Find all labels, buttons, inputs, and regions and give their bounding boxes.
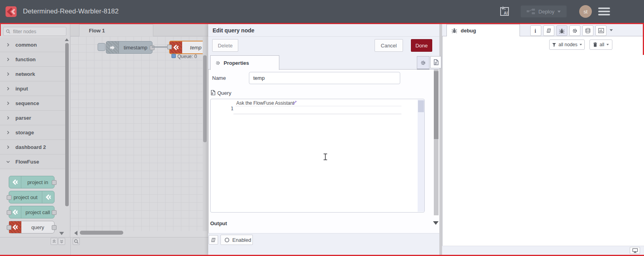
gear-icon xyxy=(572,28,578,34)
palette-category-common[interactable]: common xyxy=(0,38,66,52)
enabled-toggle[interactable]: Enabled xyxy=(220,235,253,245)
tab-properties[interactable]: Properties xyxy=(210,55,279,70)
info-tab-button[interactable]: i xyxy=(530,25,541,36)
double-chevron-up-icon xyxy=(52,239,56,243)
assistant-placeholder[interactable]: Ask the FlowFuse Assistant xyxy=(236,100,294,106)
dashboard-tab-button[interactable] xyxy=(595,25,606,36)
name-field[interactable] xyxy=(249,72,400,84)
help-tab-button[interactable] xyxy=(543,25,554,36)
output-section-label: Output xyxy=(210,220,227,226)
palette-category-input[interactable]: input xyxy=(0,81,66,96)
double-chevron-down-icon xyxy=(60,239,64,243)
debug-tab-button-active[interactable] xyxy=(556,25,567,36)
chart-icon xyxy=(598,28,604,33)
tray-scrollbar-track[interactable] xyxy=(434,70,439,215)
palette-filter[interactable] xyxy=(3,27,66,36)
info-icon: i xyxy=(535,28,537,34)
query-label: Query xyxy=(217,90,231,96)
deploy-button[interactable]: Deploy xyxy=(521,6,567,17)
assistant-wand-icon[interactable] xyxy=(292,100,297,105)
open-debug-window-button[interactable] xyxy=(630,247,640,254)
chevron-right-icon xyxy=(6,43,10,47)
flowfuse-logo-icon xyxy=(6,6,17,17)
library-button[interactable] xyxy=(209,235,218,245)
node-status: Queue: 0 xyxy=(177,54,197,59)
canvas-vscroll-track[interactable] xyxy=(203,36,207,231)
tray-scroll-down-arrow[interactable] xyxy=(433,221,439,225)
palette-node-project-out[interactable]: project out xyxy=(9,191,55,203)
svg-text:AI: AI xyxy=(504,11,508,15)
workspace-title: Determined-Reed-Warbler-8182 xyxy=(23,8,119,15)
palette-category-network[interactable]: network xyxy=(0,67,66,81)
palette-category-flowfuse[interactable]: FlowFuse xyxy=(0,154,66,169)
name-label: Name xyxy=(212,75,226,81)
flow-tab[interactable]: Flow 1 xyxy=(79,24,153,36)
search-flows-button[interactable] xyxy=(73,238,80,245)
book-icon xyxy=(546,28,552,33)
workspace-footer xyxy=(0,237,208,255)
flowfuse-mark-icon xyxy=(42,191,54,203)
gear-icon xyxy=(215,60,220,66)
palette-category-sequence[interactable]: sequence xyxy=(0,96,66,111)
palette-scroll-up-arrow[interactable] xyxy=(65,38,69,41)
caret-down-icon xyxy=(580,44,582,45)
palette-category-storage[interactable]: storage xyxy=(0,125,66,140)
input-port[interactable] xyxy=(7,210,11,215)
cancel-button[interactable]: Cancel xyxy=(375,39,403,52)
hamburger-menu-icon[interactable] xyxy=(598,8,610,15)
toggle-circle-icon xyxy=(224,237,230,243)
debug-filter-button[interactable]: all nodes xyxy=(549,40,585,50)
editor-scrollbar-track[interactable] xyxy=(418,100,424,212)
canvas-hscroll-left-arrow[interactable] xyxy=(74,231,77,235)
input-port[interactable] xyxy=(7,195,11,200)
deploy-caret-icon[interactable] xyxy=(557,11,561,13)
tray-scrollbar-thumb[interactable] xyxy=(434,71,439,139)
settings-button[interactable] xyxy=(417,56,429,70)
tab-debug[interactable]: debug xyxy=(446,24,520,36)
doc-icon xyxy=(433,59,439,65)
avatar[interactable]: st xyxy=(579,5,592,18)
sidebar-menu-caret-icon[interactable] xyxy=(610,29,613,31)
inject-button[interactable] xyxy=(98,43,105,51)
debug-footer xyxy=(442,246,644,255)
canvas-hscroll-thumb[interactable] xyxy=(80,231,123,235)
chevron-right-icon xyxy=(6,131,10,134)
palette-scrollbar[interactable] xyxy=(65,43,69,206)
debug-clear-button[interactable]: all xyxy=(589,40,612,50)
palette-category-function[interactable]: function xyxy=(0,52,66,67)
inject-node[interactable]: timestamp xyxy=(106,41,153,54)
output-port[interactable] xyxy=(52,180,56,185)
description-button[interactable] xyxy=(430,56,441,68)
done-button[interactable]: Done xyxy=(411,39,432,52)
chevron-right-icon xyxy=(6,87,10,90)
editor-scrollbar-thumb[interactable] xyxy=(418,100,424,112)
chevron-right-icon xyxy=(6,145,10,149)
filter-nodes-input[interactable] xyxy=(12,28,61,35)
query-node-selected[interactable]: temp xyxy=(169,41,203,54)
expand-all-button[interactable] xyxy=(58,238,65,245)
flow-canvas[interactable]: timestamp temp Queue: 0 xyxy=(70,36,203,231)
input-port[interactable] xyxy=(7,225,11,230)
status-dot xyxy=(171,54,176,58)
config-nodes-tab-button[interactable] xyxy=(569,25,580,36)
palette-category-dashboard2[interactable]: dashboard 2 xyxy=(0,140,66,154)
palette-node-project-call[interactable]: project call xyxy=(9,206,55,218)
palette-scroll-down-arrow[interactable] xyxy=(59,232,64,235)
palette-node-project-in[interactable]: project in xyxy=(9,176,55,188)
input-port[interactable] xyxy=(167,45,172,49)
context-data-tab-button[interactable] xyxy=(582,25,593,36)
palette-node-query[interactable]: query xyxy=(9,221,55,233)
palette-category-parser[interactable]: parser xyxy=(0,111,66,125)
canvas-vscroll-thumb[interactable] xyxy=(203,55,207,142)
line-number: 1 xyxy=(221,106,233,111)
query-code-editor[interactable]: 1 Ask the FlowFuse Assistant xyxy=(210,99,425,213)
chevron-right-icon xyxy=(6,102,10,105)
output-port[interactable] xyxy=(52,210,56,215)
funnel-icon xyxy=(552,43,556,47)
collapse-all-button[interactable] xyxy=(51,238,58,245)
output-port[interactable] xyxy=(52,225,56,230)
bug-icon xyxy=(452,28,457,33)
delete-button[interactable]: Delete xyxy=(212,39,238,52)
ai-assistant-icon[interactable]: AI xyxy=(499,6,510,17)
tray-title: Edit query node xyxy=(213,27,254,34)
